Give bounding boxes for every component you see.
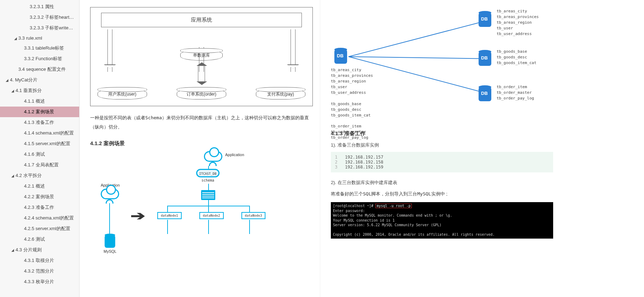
toc-item[interactable]: ◢4.1 垂直拆分 <box>0 85 79 96</box>
terminal-output: [root@localhost ~]# mysql -u root -p Ent… <box>331 202 553 239</box>
toc-item[interactable]: ◢4.1.5 server.xml的配置 <box>0 138 79 149</box>
single-db-cyl: 单数据库 <box>180 50 223 61</box>
toc-item[interactable]: ◢4.2.6 测试 <box>0 234 79 245</box>
diagram-case-scenario: Application MySQL ➔ Application ITCAST_D… <box>90 152 313 258</box>
target1-tables-list: tb_areas_citytb_areas_provincestb_areas_… <box>497 8 550 37</box>
toc-item[interactable]: ◢4.2 水平拆分 <box>0 170 79 181</box>
datanode2-box: dataNode2 <box>199 212 224 219</box>
toc-item[interactable]: ◢3.3 rule.xml <box>0 33 79 43</box>
target2-tables-list: tb_goods_basetb_goods_desctb_goods_item_… <box>497 49 550 66</box>
toc-item[interactable]: ◢4.2.5 server.xml的配置 <box>0 223 79 234</box>
svg-line-1 <box>349 57 490 59</box>
double-arrow-icon <box>198 66 205 81</box>
vertical-split-desc: 一种是按照不同的表（或者Schema）来切分到不同的数据库（主机）之上，这种切分… <box>90 113 313 132</box>
toc-item[interactable]: ◢4.3.3 枚举分片 <box>0 276 79 287</box>
toc-item[interactable]: ◢3.2.3.3 子标签writeHos... <box>0 23 79 33</box>
app-system-box: 应用系统 <box>101 13 302 27</box>
step2-desc: 将准备好的三个SQL脚本，分别导入到三台MySQL实例中 ; <box>331 189 553 199</box>
mysql-label: MySQL <box>104 249 117 253</box>
db-target2-icon <box>479 52 491 66</box>
toc-item[interactable]: ◢4.1.1 概述 <box>0 96 79 107</box>
application-label-right: Application <box>225 153 244 157</box>
pay-db-cyl: 支付系统(pay) <box>256 89 305 99</box>
step1-label: 1). 准备三台数据库实例 <box>331 142 553 148</box>
toc-item[interactable]: ◢4.3 分片规则 <box>0 245 79 255</box>
diagram-db-split: tb_areas_citytb_areas_provincestb_areas_… <box>331 4 553 124</box>
toc-item[interactable]: ◢3.2.3.1 属性 <box>0 1 79 12</box>
ip-code-block: 1192.168.192.1572192.168.192.1583192.168… <box>331 152 553 172</box>
toc-item[interactable]: ◢4.1.4 schema.xml的配置 <box>0 128 79 138</box>
toc-item[interactable]: ◢4.2.2 案例场景 <box>0 192 79 202</box>
db-target3-icon <box>479 87 491 101</box>
db-source-icon <box>334 50 347 64</box>
toc-item[interactable]: ◢4.1.7 全局表配置 <box>0 160 79 170</box>
toc-item[interactable]: ◢4.3.2 范围分片 <box>0 266 79 276</box>
order-db-cyl: 订单系统(order) <box>177 89 226 99</box>
toc-item[interactable]: ◢4.1.3 准备工作 <box>0 117 79 128</box>
cloud-icon <box>204 151 222 162</box>
toc-item[interactable]: ◢4.1.2 案例场景 <box>0 107 79 117</box>
target3-tables-list: tb_order_itemtb_order_mastertb_order_pay… <box>497 84 550 101</box>
datanode3-box: dataNode3 <box>241 212 266 219</box>
cloud-icon <box>101 189 119 199</box>
toc-item[interactable]: ◢4.2.4 schema.xml的配置 <box>0 213 79 223</box>
toc-item[interactable]: ◢3.4 sequence 配置文件 <box>0 64 79 75</box>
arrow-right-icon: ➔ <box>130 209 145 223</box>
toc-item[interactable]: ◢4. MyCat分片 <box>0 75 79 85</box>
table-icon <box>201 190 215 200</box>
toc-item[interactable]: ◢4.1.6 测试 <box>0 149 79 160</box>
toc-sidebar[interactable]: ◢3.2.3.1 属性◢3.2.3.2 子标签heartbeat◢3.2.3.3… <box>0 0 80 297</box>
toc-item[interactable]: ◢3.3.2 Function标签 <box>0 53 79 64</box>
user-db-cyl: 用户系统(user) <box>98 89 147 99</box>
toc-item[interactable]: ◢4.3.1 取模分片 <box>0 255 79 266</box>
toc-item[interactable]: ◢4.2.3 准备工作 <box>0 202 79 213</box>
diagram-vertical-split: 应用系统 单数据库 用户系统(user) 订单系统(order) 支付系统(pa… <box>90 7 313 106</box>
toc-item[interactable]: ◢3.2.3.2 子标签heartbeat <box>0 12 79 23</box>
toc-item[interactable]: ◢4.2.1 概述 <box>0 181 79 192</box>
step2-label: 2). 在三台数据库实例中建库建表 <box>331 179 553 186</box>
schema-label: schema <box>196 178 219 182</box>
db-target1-icon <box>479 13 491 27</box>
source-tables-list: tb_areas_citytb_areas_provincestb_areas_… <box>331 67 373 141</box>
terminal-command: mysql -u root -p <box>375 204 411 208</box>
content-area: 应用系统 单数据库 用户系统(user) 订单系统(order) 支付系统(pa… <box>80 0 644 297</box>
itcast-db-box: ITCAST_DB <box>196 169 219 177</box>
page-left: 应用系统 单数据库 用户系统(user) 订单系统(order) 支付系统(pa… <box>80 0 320 297</box>
page-right: tb_areas_citytb_areas_provincestb_areas_… <box>320 0 560 297</box>
toc-item[interactable]: ◢3.3.1 tableRule标签 <box>0 43 79 53</box>
svg-line-0 <box>349 20 490 57</box>
datanode1-box: dataNode1 <box>157 212 182 219</box>
section-412-heading: 4.1.2 案例场景 <box>90 140 313 147</box>
database-icon <box>105 235 115 248</box>
